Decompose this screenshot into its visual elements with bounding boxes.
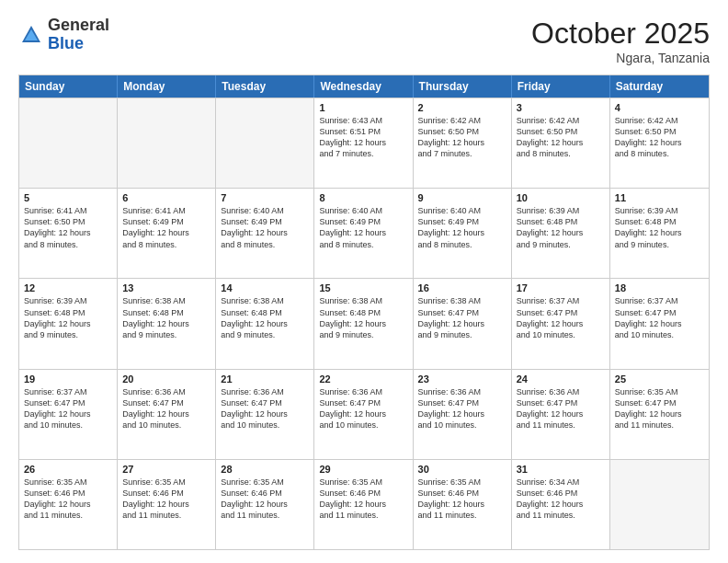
- cell-info: Sunrise: 6:38 AM Sunset: 6:48 PM Dayligh…: [122, 295, 210, 340]
- cal-cell: 13Sunrise: 6:38 AM Sunset: 6:48 PM Dayli…: [118, 279, 216, 368]
- cell-info: Sunrise: 6:37 AM Sunset: 6:47 PM Dayligh…: [24, 386, 112, 431]
- cal-cell: 30Sunrise: 6:35 AM Sunset: 6:46 PM Dayli…: [414, 460, 512, 549]
- cal-cell: 4Sunrise: 6:42 AM Sunset: 6:50 PM Daylig…: [610, 98, 709, 188]
- cal-cell: 11Sunrise: 6:39 AM Sunset: 6:48 PM Dayli…: [610, 189, 709, 278]
- cell-info: Sunrise: 6:40 AM Sunset: 6:49 PM Dayligh…: [221, 205, 309, 250]
- day-number: 17: [517, 282, 605, 293]
- cal-cell: 6Sunrise: 6:41 AM Sunset: 6:49 PM Daylig…: [118, 189, 216, 278]
- day-number: 13: [122, 282, 210, 293]
- cell-info: Sunrise: 6:36 AM Sunset: 6:47 PM Dayligh…: [517, 386, 605, 431]
- cal-cell: 22Sunrise: 6:36 AM Sunset: 6:47 PM Dayli…: [314, 370, 413, 459]
- day-number: 26: [24, 464, 112, 475]
- cell-info: Sunrise: 6:42 AM Sunset: 6:50 PM Dayligh…: [517, 115, 605, 160]
- cal-cell: 12Sunrise: 6:39 AM Sunset: 6:48 PM Dayli…: [19, 279, 118, 368]
- logo: General Blue: [18, 17, 109, 53]
- cal-cell: 14Sunrise: 6:38 AM Sunset: 6:48 PM Dayli…: [216, 279, 314, 368]
- cal-cell: 26Sunrise: 6:35 AM Sunset: 6:46 PM Dayli…: [19, 460, 118, 549]
- cal-cell: 17Sunrise: 6:37 AM Sunset: 6:47 PM Dayli…: [512, 279, 610, 368]
- cal-cell: 1Sunrise: 6:43 AM Sunset: 6:51 PM Daylig…: [314, 98, 413, 188]
- calendar-body: 1Sunrise: 6:43 AM Sunset: 6:51 PM Daylig…: [19, 98, 709, 549]
- cell-info: Sunrise: 6:43 AM Sunset: 6:51 PM Dayligh…: [319, 115, 407, 160]
- calendar: SundayMondayTuesdayWednesdayThursdayFrid…: [18, 75, 710, 550]
- cal-cell: 5Sunrise: 6:41 AM Sunset: 6:50 PM Daylig…: [19, 189, 118, 278]
- day-number: 15: [319, 282, 407, 293]
- cal-header-saturday: Saturday: [610, 75, 709, 98]
- cal-cell: 31Sunrise: 6:34 AM Sunset: 6:46 PM Dayli…: [512, 460, 610, 549]
- cal-cell: 19Sunrise: 6:37 AM Sunset: 6:47 PM Dayli…: [19, 370, 118, 459]
- cell-info: Sunrise: 6:35 AM Sunset: 6:46 PM Dayligh…: [319, 477, 407, 522]
- cal-cell: 16Sunrise: 6:38 AM Sunset: 6:47 PM Dayli…: [414, 279, 512, 368]
- day-number: 11: [615, 192, 704, 203]
- cal-cell: [216, 98, 314, 188]
- cell-info: Sunrise: 6:38 AM Sunset: 6:47 PM Dayligh…: [418, 295, 506, 340]
- cal-header-tuesday: Tuesday: [216, 75, 314, 98]
- cal-cell: 24Sunrise: 6:36 AM Sunset: 6:47 PM Dayli…: [512, 370, 610, 459]
- cal-cell: 21Sunrise: 6:36 AM Sunset: 6:47 PM Dayli…: [216, 370, 314, 459]
- cal-cell: 2Sunrise: 6:42 AM Sunset: 6:50 PM Daylig…: [414, 98, 512, 188]
- cal-cell: [610, 460, 709, 549]
- cell-info: Sunrise: 6:35 AM Sunset: 6:47 PM Dayligh…: [615, 386, 704, 431]
- day-number: 3: [517, 102, 605, 113]
- cal-cell: 7Sunrise: 6:40 AM Sunset: 6:49 PM Daylig…: [216, 189, 314, 278]
- logo-general: General: [48, 16, 109, 34]
- day-number: 7: [221, 192, 309, 203]
- cell-info: Sunrise: 6:36 AM Sunset: 6:47 PM Dayligh…: [221, 386, 309, 431]
- cal-row-0: 1Sunrise: 6:43 AM Sunset: 6:51 PM Daylig…: [19, 98, 709, 188]
- location: Ngara, Tanzania: [531, 51, 710, 65]
- cell-info: Sunrise: 6:38 AM Sunset: 6:48 PM Dayligh…: [319, 295, 407, 340]
- logo-blue: Blue: [48, 34, 84, 52]
- cal-cell: 20Sunrise: 6:36 AM Sunset: 6:47 PM Dayli…: [118, 370, 216, 459]
- month-title: October 2025: [531, 17, 710, 51]
- cell-info: Sunrise: 6:37 AM Sunset: 6:47 PM Dayligh…: [615, 295, 704, 340]
- cell-info: Sunrise: 6:35 AM Sunset: 6:46 PM Dayligh…: [24, 477, 112, 522]
- cal-cell: [118, 98, 216, 188]
- cal-row-4: 26Sunrise: 6:35 AM Sunset: 6:46 PM Dayli…: [19, 459, 709, 549]
- day-number: 16: [418, 282, 506, 293]
- cell-info: Sunrise: 6:39 AM Sunset: 6:48 PM Dayligh…: [615, 205, 704, 250]
- cal-cell: 25Sunrise: 6:35 AM Sunset: 6:47 PM Dayli…: [610, 370, 709, 459]
- cell-info: Sunrise: 6:36 AM Sunset: 6:47 PM Dayligh…: [319, 386, 407, 431]
- cell-info: Sunrise: 6:38 AM Sunset: 6:48 PM Dayligh…: [221, 295, 309, 340]
- cell-info: Sunrise: 6:39 AM Sunset: 6:48 PM Dayligh…: [517, 205, 605, 250]
- cal-cell: 8Sunrise: 6:40 AM Sunset: 6:49 PM Daylig…: [314, 189, 413, 278]
- cal-row-1: 5Sunrise: 6:41 AM Sunset: 6:50 PM Daylig…: [19, 188, 709, 278]
- cell-info: Sunrise: 6:35 AM Sunset: 6:46 PM Dayligh…: [122, 477, 210, 522]
- cell-info: Sunrise: 6:42 AM Sunset: 6:50 PM Dayligh…: [418, 115, 506, 160]
- cal-cell: 9Sunrise: 6:40 AM Sunset: 6:49 PM Daylig…: [414, 189, 512, 278]
- day-number: 24: [517, 373, 605, 385]
- day-number: 9: [418, 192, 506, 203]
- day-number: 25: [615, 373, 704, 385]
- day-number: 29: [319, 464, 407, 475]
- cal-cell: 15Sunrise: 6:38 AM Sunset: 6:48 PM Dayli…: [314, 279, 413, 368]
- day-number: 12: [24, 282, 112, 293]
- cal-header-friday: Friday: [512, 75, 610, 98]
- cal-cell: 10Sunrise: 6:39 AM Sunset: 6:48 PM Dayli…: [512, 189, 610, 278]
- day-number: 31: [517, 464, 605, 475]
- cal-header-wednesday: Wednesday: [314, 75, 413, 98]
- cal-cell: 27Sunrise: 6:35 AM Sunset: 6:46 PM Dayli…: [118, 460, 216, 549]
- cal-header-sunday: Sunday: [19, 75, 118, 98]
- day-number: 28: [221, 464, 309, 475]
- cal-row-3: 19Sunrise: 6:37 AM Sunset: 6:47 PM Dayli…: [19, 369, 709, 459]
- day-number: 22: [319, 373, 407, 385]
- cal-cell: 18Sunrise: 6:37 AM Sunset: 6:47 PM Dayli…: [610, 279, 709, 368]
- day-number: 18: [615, 282, 704, 293]
- cal-cell: 23Sunrise: 6:36 AM Sunset: 6:47 PM Dayli…: [414, 370, 512, 459]
- cell-info: Sunrise: 6:36 AM Sunset: 6:47 PM Dayligh…: [122, 386, 210, 431]
- header: General Blue October 2025 Ngara, Tanzani…: [18, 17, 710, 65]
- cal-header-monday: Monday: [118, 75, 216, 98]
- logo-text: General Blue: [48, 17, 109, 53]
- cal-cell: 29Sunrise: 6:35 AM Sunset: 6:46 PM Dayli…: [314, 460, 413, 549]
- day-number: 4: [615, 102, 704, 113]
- cell-info: Sunrise: 6:40 AM Sunset: 6:49 PM Dayligh…: [418, 205, 506, 250]
- day-number: 21: [221, 373, 309, 385]
- day-number: 8: [319, 192, 407, 203]
- cell-info: Sunrise: 6:34 AM Sunset: 6:46 PM Dayligh…: [517, 477, 605, 522]
- cell-info: Sunrise: 6:40 AM Sunset: 6:49 PM Dayligh…: [319, 205, 407, 250]
- calendar-header-row: SundayMondayTuesdayWednesdayThursdayFrid…: [19, 75, 709, 98]
- cell-info: Sunrise: 6:42 AM Sunset: 6:50 PM Dayligh…: [615, 115, 704, 160]
- cell-info: Sunrise: 6:39 AM Sunset: 6:48 PM Dayligh…: [24, 295, 112, 340]
- cal-cell: [19, 98, 118, 188]
- day-number: 27: [122, 464, 210, 475]
- cal-header-thursday: Thursday: [414, 75, 512, 98]
